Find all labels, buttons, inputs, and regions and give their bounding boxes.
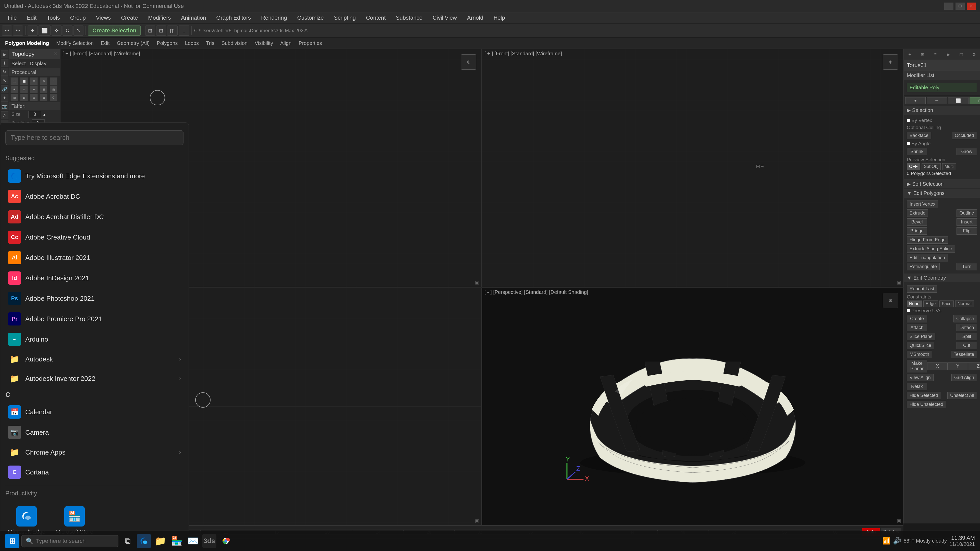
tb2-polygons[interactable]: Polygons bbox=[154, 40, 181, 47]
menu-views[interactable]: Views bbox=[91, 14, 115, 22]
retri-btn[interactable]: Retriangulate bbox=[907, 263, 940, 270]
tool-rotate[interactable]: ↻ bbox=[1, 68, 8, 76]
taskbar-search[interactable]: 🔍 bbox=[21, 535, 118, 547]
redo-button[interactable]: ↪ bbox=[13, 25, 23, 36]
extrude-spline-btn[interactable]: Extrude Along Spline bbox=[907, 245, 955, 252]
preview-multi[interactable]: Multi bbox=[942, 163, 956, 170]
menu-file[interactable]: File bbox=[3, 14, 21, 22]
const-none[interactable]: None bbox=[907, 300, 922, 307]
subobj-border[interactable]: ⬜ bbox=[948, 97, 969, 104]
quickslice-btn[interactable]: QuickSlice bbox=[907, 342, 934, 349]
const-normal[interactable]: Normal bbox=[955, 300, 974, 307]
viewport-perspective[interactable]: [ - ] [Perspective] [Standard] [Default … bbox=[482, 287, 904, 526]
proc-item-8[interactable]: ◈ bbox=[30, 86, 38, 93]
bevel-btn[interactable]: Bevel bbox=[907, 218, 927, 226]
tool-select[interactable]: ▶ bbox=[1, 51, 8, 58]
create-selection-button[interactable]: Create Selection bbox=[88, 25, 141, 36]
insert-btn[interactable]: Insert bbox=[956, 218, 977, 226]
extrude-btn[interactable]: Extrude bbox=[907, 210, 928, 217]
backface-btn[interactable]: Backface bbox=[907, 132, 931, 139]
tb-weather[interactable]: 58°F Mostly cloudy bbox=[904, 538, 947, 544]
left-vp-toggle[interactable]: ▣ bbox=[475, 518, 479, 524]
tb-explorer[interactable]: 📁 bbox=[153, 534, 167, 548]
edit-geometry-title[interactable]: ▼ Edit Geometry bbox=[904, 273, 980, 283]
tb2-visibility[interactable]: Visibility bbox=[251, 40, 276, 47]
subobj-edge[interactable]: ─ bbox=[927, 97, 947, 104]
cut-btn[interactable]: Cut bbox=[956, 342, 977, 349]
proc-item-3[interactable]: ⊞ bbox=[30, 77, 38, 85]
select-region-button[interactable]: ⬜ bbox=[38, 25, 51, 36]
menu-animation[interactable]: Animation bbox=[177, 14, 210, 22]
menu-create[interactable]: Create bbox=[116, 14, 142, 22]
tb2-geometry[interactable]: Geometry (All) bbox=[114, 40, 153, 47]
viewport-front2[interactable]: [ + ] [Front] [Standard] [Wireframe] ⊞⊟ … bbox=[482, 49, 904, 287]
by-angle-checkbox[interactable] bbox=[907, 142, 910, 145]
rp-modifier-title[interactable]: Modifier List bbox=[904, 71, 980, 80]
menu-customize[interactable]: Customize bbox=[293, 14, 328, 22]
display-button[interactable]: ◫ bbox=[167, 25, 178, 36]
move-button[interactable]: ✛ bbox=[52, 25, 62, 36]
occluded-btn[interactable]: Occluded bbox=[952, 132, 977, 139]
topology-display-btn[interactable]: Display bbox=[30, 61, 46, 66]
tb2-tris[interactable]: Tris bbox=[203, 40, 218, 47]
preserve-uvs-checkbox[interactable] bbox=[907, 309, 910, 312]
menu-arnold[interactable]: Arnold bbox=[463, 14, 488, 22]
tb2-align[interactable]: Align bbox=[277, 40, 294, 47]
perspective-nav-gizmo[interactable]: ⊕ bbox=[883, 293, 898, 308]
sm-camera-item[interactable]: 📷 Camera bbox=[5, 422, 183, 443]
taskbar-clock[interactable]: 11:39 AM 11/10/2021 bbox=[950, 535, 975, 547]
menu-rendering[interactable]: Rendering bbox=[256, 14, 292, 22]
rp-modify-icon[interactable]: ⊞ bbox=[919, 51, 926, 58]
split-btn[interactable]: Split bbox=[956, 333, 977, 340]
sm-arduino-item[interactable]: ∞ Arduino bbox=[5, 329, 183, 349]
proc-item-6[interactable]: ⊕ bbox=[11, 86, 18, 93]
close-button[interactable]: ✕ bbox=[967, 3, 976, 10]
tool-scale[interactable]: ⤡ bbox=[1, 76, 8, 84]
menu-group[interactable]: Group bbox=[65, 14, 90, 22]
sm-photoshop-item[interactable]: Ps Adobe Photoshop 2021 bbox=[5, 288, 183, 309]
tb2-properties[interactable]: Properties bbox=[296, 40, 325, 47]
xyz-x-btn[interactable]: X bbox=[927, 362, 948, 370]
outline-btn[interactable]: Outline bbox=[956, 210, 977, 217]
size-input[interactable] bbox=[28, 111, 41, 118]
sm-indesign-item[interactable]: Id Adobe InDesign 2021 bbox=[5, 268, 183, 288]
sm-cortana-item[interactable]: C Cortana bbox=[5, 462, 183, 483]
front2-vp-toggle[interactable]: ▣ bbox=[897, 279, 901, 285]
proc-item-15[interactable]: ⬡ bbox=[50, 94, 57, 101]
taskbar-search-input[interactable] bbox=[36, 538, 114, 545]
sm-calendar-item[interactable]: 📅 Calendar bbox=[5, 402, 183, 422]
make-planar-btn[interactable]: Make Planar bbox=[907, 360, 927, 372]
soft-selection-title[interactable]: ▶ Soft Selection bbox=[904, 179, 980, 189]
selection-title[interactable]: ▶ Selection bbox=[904, 106, 980, 115]
const-edge[interactable]: Edge bbox=[923, 300, 938, 307]
xyz-y-btn[interactable]: Y bbox=[948, 362, 968, 370]
rp-display-icon[interactable]: ◫ bbox=[957, 51, 965, 58]
turn-btn[interactable]: Turn bbox=[956, 263, 977, 270]
topology-close-button[interactable]: ✕ bbox=[54, 51, 57, 57]
rotate-button[interactable]: ↻ bbox=[62, 25, 73, 36]
sm-edge-item[interactable]: Try Microsoft Edge Extensions and more bbox=[5, 166, 183, 186]
tessellate-btn[interactable]: Tessellate bbox=[951, 351, 977, 358]
sm-creative-cloud-item[interactable]: Cc Adobe Creative Cloud bbox=[5, 227, 183, 248]
select-button[interactable]: ✦ bbox=[27, 25, 38, 36]
tool-camera[interactable]: 📷 bbox=[1, 103, 8, 110]
tb2-loops[interactable]: Loops bbox=[182, 40, 202, 47]
tb-chrome[interactable] bbox=[218, 534, 233, 548]
menu-graph-editors[interactable]: Graph Editors bbox=[212, 14, 256, 22]
bridge-btn[interactable]: Bridge bbox=[907, 227, 927, 235]
menu-substance[interactable]: Substance bbox=[391, 14, 427, 22]
tool-shapes[interactable]: △ bbox=[1, 111, 8, 119]
proc-item-13[interactable]: ▨ bbox=[30, 94, 38, 101]
proc-item-5[interactable]: ≡ bbox=[50, 77, 57, 85]
menu-modifiers[interactable]: Modifiers bbox=[143, 14, 175, 22]
sm-autodesk-folder[interactable]: 📁 Autodesk › bbox=[5, 349, 183, 369]
topology-select-btn[interactable]: Select bbox=[11, 61, 26, 66]
align-button[interactable]: ⊞ bbox=[145, 25, 155, 36]
layer-button[interactable]: ⊟ bbox=[156, 25, 166, 36]
repeat-last-btn[interactable]: Repeat Last bbox=[907, 285, 937, 292]
front2-nav-gizmo[interactable]: ⊕ bbox=[883, 54, 898, 70]
hide-unselected-btn[interactable]: Hide Unselected bbox=[907, 401, 946, 408]
subobj-polygon[interactable]: ◻ bbox=[969, 97, 980, 104]
proc-item-7[interactable]: ⊗ bbox=[20, 86, 28, 93]
msmooth-btn[interactable]: MSmooth bbox=[907, 351, 932, 358]
